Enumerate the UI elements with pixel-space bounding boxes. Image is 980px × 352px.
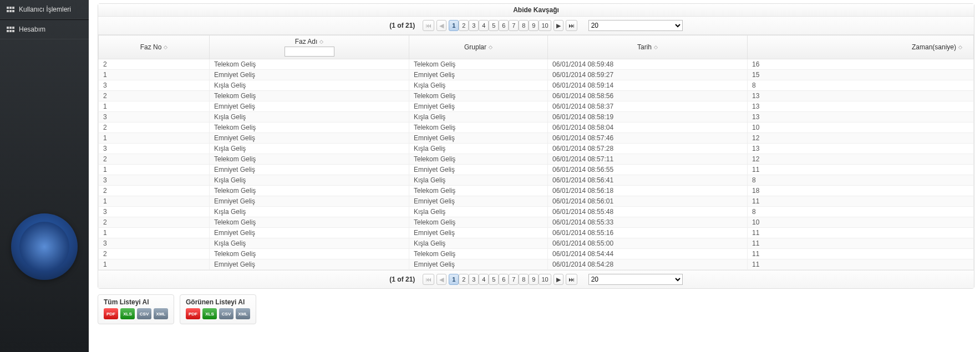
col-header-fazno[interactable]: Faz No◇ [99,35,210,59]
cell-tarih: 06/01/2014 08:56:41 [548,175,748,186]
table-row[interactable]: 3Kışla GelişKışla Geliş06/01/2014 08:59:… [99,80,974,91]
export-xls-icon[interactable]: XLS [202,308,217,319]
cell-grup: Telekom Geliş [409,186,548,196]
page-button-5[interactable]: 5 [489,274,499,285]
cell-tarih: 06/01/2014 08:56:55 [548,165,748,175]
export-csv-icon[interactable]: CSV [219,308,233,319]
table-row[interactable]: 1Emniyet GelişEmniyet Geliş06/01/2014 08… [99,70,974,80]
export-pdf-icon[interactable]: PDF [104,308,118,319]
col-header-zaman[interactable]: Zaman(saniye)◇ [748,35,974,59]
cell-fazadi: Emniyet Geliş [210,133,409,144]
cell-grup: Kışla Geliş [409,238,548,249]
table-row[interactable]: 1Emniyet GelişEmniyet Geliş06/01/2014 08… [99,259,974,270]
cell-fazno: 3 [99,80,210,91]
table-row[interactable]: 2Telekom GelişTelekom Geliş06/01/2014 08… [99,186,974,196]
cell-fazadi: Emniyet Geliş [210,70,409,80]
rows-per-page-select[interactable]: 20 [588,274,683,285]
page-button-2[interactable]: 2 [459,274,469,285]
cell-fazno: 3 [99,112,210,123]
cell-fazadi: Telekom Geliş [210,59,409,70]
export-xml-icon[interactable]: XML [154,308,168,319]
cell-grup: Telekom Geliş [409,217,548,228]
cell-zaman: 10 [748,123,974,133]
table-row[interactable]: 2Telekom GelişTelekom Geliş06/01/2014 08… [99,123,974,133]
page-button-6[interactable]: 6 [499,20,509,31]
cell-fazadi: Telekom Geliş [210,217,409,228]
cell-zaman: 13 [748,144,974,154]
export-xls-icon[interactable]: XLS [120,308,135,319]
first-page-button[interactable]: ⏮ [423,274,434,285]
table-row[interactable]: 2Telekom GelişTelekom Geliş06/01/2014 08… [99,217,974,228]
page-button-10[interactable]: 10 [539,274,551,285]
cell-fazno: 1 [99,228,210,238]
table-row[interactable]: 1Emniyet GelişEmniyet Geliş06/01/2014 08… [99,196,974,207]
filter-fazadi-input[interactable] [285,47,334,57]
cell-zaman: 8 [748,175,974,186]
col-header-gruplar[interactable]: Gruplar◇ [409,35,548,59]
page-button-7[interactable]: 7 [509,20,519,31]
cell-tarih: 06/01/2014 08:56:01 [548,196,748,207]
cell-grup: Emniyet Geliş [409,133,548,144]
rows-per-page-select[interactable]: 20 [588,20,683,31]
page-button-1[interactable]: 1 [449,20,459,31]
cell-fazno: 2 [99,123,210,133]
first-page-button[interactable]: ⏮ [423,20,434,31]
cell-zaman: 13 [748,91,974,101]
table-row[interactable]: 3Kışla GelişKışla Geliş06/01/2014 08:57:… [99,144,974,154]
cell-fazno: 3 [99,144,210,154]
last-page-button[interactable]: ⏭ [566,20,577,31]
prev-page-button[interactable]: ◀ [436,274,446,285]
page-button-3[interactable]: 3 [469,274,479,285]
cell-grup: Emniyet Geliş [409,228,548,238]
cell-tarih: 06/01/2014 08:58:19 [548,112,748,123]
page-button-8[interactable]: 8 [519,20,529,31]
page-button-4[interactable]: 4 [479,274,489,285]
page-button-2[interactable]: 2 [459,20,469,31]
page-button-9[interactable]: 9 [529,20,539,31]
export-pdf-icon[interactable]: PDF [186,308,200,319]
export-visible-title: Görünen Listeyi Al [186,298,250,306]
page-button-9[interactable]: 9 [529,274,539,285]
table-row[interactable]: 3Kışla GelişKışla Geliş06/01/2014 08:55:… [99,207,974,217]
table-row[interactable]: 1Emniyet GelişEmniyet Geliş06/01/2014 08… [99,133,974,144]
next-page-button[interactable]: ▶ [554,274,563,285]
page-button-3[interactable]: 3 [469,20,479,31]
table-row[interactable]: 1Emniyet GelişEmniyet Geliş06/01/2014 08… [99,101,974,112]
table-row[interactable]: 1Emniyet GelişEmniyet Geliş06/01/2014 08… [99,228,974,238]
sidebar-item-label: Kullanıcı İşlemleri [19,6,71,13]
cell-tarih: 06/01/2014 08:55:16 [548,228,748,238]
cell-zaman: 11 [748,196,974,207]
table-row[interactable]: 2Telekom GelişTelekom Geliş06/01/2014 08… [99,59,974,70]
cell-fazno: 2 [99,59,210,70]
table-row[interactable]: 2Telekom GelişTelekom Geliş06/01/2014 08… [99,249,974,259]
page-button-4[interactable]: 4 [479,20,489,31]
next-page-button[interactable]: ▶ [554,20,563,31]
prev-page-button[interactable]: ◀ [436,20,446,31]
cell-fazadi: Emniyet Geliş [210,196,409,207]
sidebar-item-account[interactable]: Hesabım [0,19,89,39]
table-row[interactable]: 3Kışla GelişKışla Geliş06/01/2014 08:55:… [99,238,974,249]
cell-fazno: 1 [99,70,210,80]
sidebar-item-user-ops[interactable]: Kullanıcı İşlemleri [0,0,89,19]
table-row[interactable]: 2Telekom GelişTelekom Geliş06/01/2014 08… [99,154,974,165]
cell-fazno: 2 [99,186,210,196]
cell-grup: Kışla Geliş [409,175,548,186]
cell-tarih: 06/01/2014 08:54:28 [548,259,748,270]
last-page-button[interactable]: ⏭ [566,274,577,285]
page-button-7[interactable]: 7 [509,274,519,285]
table-row[interactable]: 3Kışla GelişKışla Geliş06/01/2014 08:58:… [99,112,974,123]
grid-icon [7,7,14,12]
export-csv-icon[interactable]: CSV [137,308,151,319]
col-header-tarih[interactable]: Tarih◇ [548,35,748,59]
page-button-1[interactable]: 1 [449,274,459,285]
export-xml-icon[interactable]: XML [236,308,250,319]
col-header-fazadi[interactable]: Faz Adı◇ [210,35,409,59]
page-button-5[interactable]: 5 [489,20,499,31]
table-row[interactable]: 3Kışla GelişKışla Geliş06/01/2014 08:56:… [99,175,974,186]
table-row[interactable]: 2Telekom GelişTelekom Geliş06/01/2014 08… [99,91,974,101]
table-row[interactable]: 1Emniyet GelişEmniyet Geliş06/01/2014 08… [99,165,974,175]
page-button-8[interactable]: 8 [519,274,529,285]
page-button-6[interactable]: 6 [499,274,509,285]
cell-fazno: 2 [99,249,210,259]
page-button-10[interactable]: 10 [539,20,551,31]
